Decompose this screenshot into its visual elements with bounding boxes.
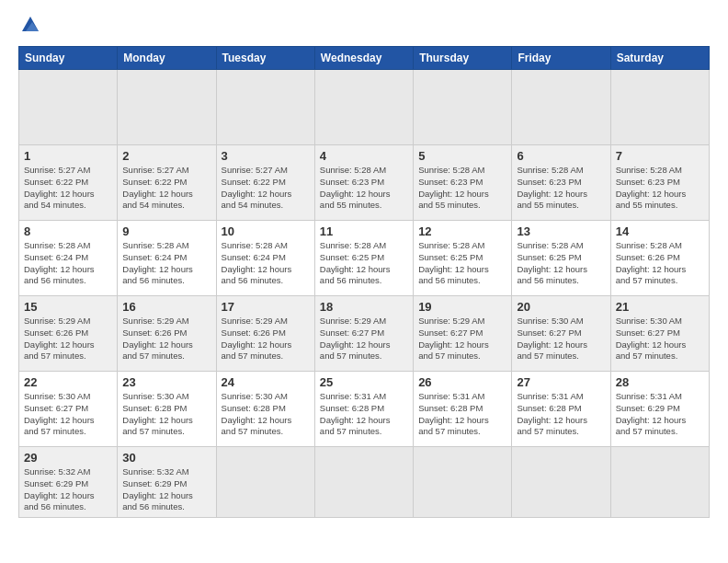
day-info: Sunrise: 5:30 AM Sunset: 6:28 PM Dayligh… <box>222 391 310 438</box>
day-info: Sunrise: 5:28 AM Sunset: 6:25 PM Dayligh… <box>517 240 605 287</box>
day-info: Sunrise: 5:27 AM Sunset: 6:22 PM Dayligh… <box>122 165 210 212</box>
logo <box>18 15 40 35</box>
day-info: Sunrise: 5:28 AM Sunset: 6:24 PM Dayligh… <box>222 240 310 287</box>
day-number: 22 <box>24 375 112 389</box>
day-number: 9 <box>122 224 210 238</box>
calendar-week-4: 22Sunrise: 5:30 AM Sunset: 6:27 PM Dayli… <box>19 372 710 447</box>
table-row: 30Sunrise: 5:32 AM Sunset: 6:29 PM Dayli… <box>118 447 216 518</box>
day-number: 11 <box>320 224 408 238</box>
table-row: 12Sunrise: 5:28 AM Sunset: 6:25 PM Dayli… <box>414 221 512 296</box>
table-row <box>414 70 512 145</box>
day-info: Sunrise: 5:29 AM Sunset: 6:26 PM Dayligh… <box>122 316 210 362</box>
day-info: Sunrise: 5:28 AM Sunset: 6:25 PM Dayligh… <box>418 240 506 287</box>
table-row: 7Sunrise: 5:28 AM Sunset: 6:23 PM Daylig… <box>610 145 709 221</box>
day-info: Sunrise: 5:29 AM Sunset: 6:27 PM Dayligh… <box>418 316 506 362</box>
calendar-week-0 <box>19 70 710 145</box>
day-info: Sunrise: 5:28 AM Sunset: 6:24 PM Dayligh… <box>122 240 210 287</box>
table-row <box>314 70 413 145</box>
calendar-week-2: 8Sunrise: 5:28 AM Sunset: 6:24 PM Daylig… <box>19 221 710 296</box>
day-info: Sunrise: 5:30 AM Sunset: 6:27 PM Dayligh… <box>24 391 112 438</box>
table-row: 10Sunrise: 5:28 AM Sunset: 6:24 PM Dayli… <box>216 221 314 296</box>
day-number: 4 <box>320 149 408 163</box>
day-number: 24 <box>222 375 310 389</box>
day-info: Sunrise: 5:27 AM Sunset: 6:22 PM Dayligh… <box>24 165 112 212</box>
day-number: 7 <box>616 149 704 163</box>
day-number: 14 <box>616 224 704 238</box>
day-number: 27 <box>517 375 605 389</box>
day-number: 1 <box>24 149 112 163</box>
day-info: Sunrise: 5:32 AM Sunset: 6:29 PM Dayligh… <box>24 466 112 513</box>
day-info: Sunrise: 5:29 AM Sunset: 6:26 PM Dayligh… <box>222 316 310 362</box>
logo-text <box>18 15 40 35</box>
table-row: 25Sunrise: 5:31 AM Sunset: 6:28 PM Dayli… <box>314 372 413 447</box>
day-info: Sunrise: 5:28 AM Sunset: 6:25 PM Dayligh… <box>320 240 408 287</box>
table-row <box>610 70 709 145</box>
table-row <box>512 447 610 518</box>
table-row <box>118 70 216 145</box>
table-row: 20Sunrise: 5:30 AM Sunset: 6:27 PM Dayli… <box>512 296 610 372</box>
day-info: Sunrise: 5:30 AM Sunset: 6:27 PM Dayligh… <box>616 316 704 362</box>
day-info: Sunrise: 5:29 AM Sunset: 6:26 PM Dayligh… <box>24 316 112 362</box>
table-row: 16Sunrise: 5:29 AM Sunset: 6:26 PM Dayli… <box>118 296 216 372</box>
table-row: 1Sunrise: 5:27 AM Sunset: 6:22 PM Daylig… <box>19 145 118 221</box>
day-number: 10 <box>222 224 310 238</box>
weekday-monday: Monday <box>118 47 216 70</box>
day-info: Sunrise: 5:27 AM Sunset: 6:22 PM Dayligh… <box>222 165 310 212</box>
calendar-week-1: 1Sunrise: 5:27 AM Sunset: 6:22 PM Daylig… <box>19 145 710 221</box>
day-number: 25 <box>320 375 408 389</box>
day-number: 19 <box>418 300 506 314</box>
table-row <box>414 447 512 518</box>
day-number: 30 <box>122 451 210 465</box>
day-info: Sunrise: 5:29 AM Sunset: 6:27 PM Dayligh… <box>320 316 408 362</box>
table-row: 9Sunrise: 5:28 AM Sunset: 6:24 PM Daylig… <box>118 221 216 296</box>
table-row: 26Sunrise: 5:31 AM Sunset: 6:28 PM Dayli… <box>414 372 512 447</box>
header <box>18 15 710 35</box>
day-number: 8 <box>24 224 112 238</box>
table-row: 13Sunrise: 5:28 AM Sunset: 6:25 PM Dayli… <box>512 221 610 296</box>
day-number: 5 <box>418 149 506 163</box>
day-number: 15 <box>24 300 112 314</box>
table-row: 24Sunrise: 5:30 AM Sunset: 6:28 PM Dayli… <box>216 372 314 447</box>
table-row: 19Sunrise: 5:29 AM Sunset: 6:27 PM Dayli… <box>414 296 512 372</box>
day-info: Sunrise: 5:30 AM Sunset: 6:27 PM Dayligh… <box>517 316 605 362</box>
day-info: Sunrise: 5:31 AM Sunset: 6:28 PM Dayligh… <box>320 391 408 438</box>
weekday-sunday: Sunday <box>19 47 118 70</box>
day-info: Sunrise: 5:30 AM Sunset: 6:28 PM Dayligh… <box>122 391 210 438</box>
table-row <box>512 70 610 145</box>
day-info: Sunrise: 5:31 AM Sunset: 6:28 PM Dayligh… <box>418 391 506 438</box>
table-row: 2Sunrise: 5:27 AM Sunset: 6:22 PM Daylig… <box>118 145 216 221</box>
day-number: 26 <box>418 375 506 389</box>
table-row: 17Sunrise: 5:29 AM Sunset: 6:26 PM Dayli… <box>216 296 314 372</box>
table-row: 18Sunrise: 5:29 AM Sunset: 6:27 PM Dayli… <box>314 296 413 372</box>
weekday-friday: Friday <box>512 47 610 70</box>
day-number: 17 <box>222 300 310 314</box>
table-row <box>216 70 314 145</box>
weekday-wednesday: Wednesday <box>314 47 413 70</box>
calendar: SundayMondayTuesdayWednesdayThursdayFrid… <box>18 46 710 518</box>
day-number: 20 <box>517 300 605 314</box>
table-row: 28Sunrise: 5:31 AM Sunset: 6:29 PM Dayli… <box>610 372 709 447</box>
day-number: 21 <box>616 300 704 314</box>
table-row: 21Sunrise: 5:30 AM Sunset: 6:27 PM Dayli… <box>610 296 709 372</box>
day-number: 13 <box>517 224 605 238</box>
table-row: 5Sunrise: 5:28 AM Sunset: 6:23 PM Daylig… <box>414 145 512 221</box>
table-row: 14Sunrise: 5:28 AM Sunset: 6:26 PM Dayli… <box>610 221 709 296</box>
day-info: Sunrise: 5:32 AM Sunset: 6:29 PM Dayligh… <box>122 466 210 513</box>
table-row <box>19 70 118 145</box>
day-number: 28 <box>616 375 704 389</box>
day-info: Sunrise: 5:28 AM Sunset: 6:23 PM Dayligh… <box>517 165 605 212</box>
weekday-saturday: Saturday <box>610 47 709 70</box>
table-row <box>314 447 413 518</box>
calendar-week-3: 15Sunrise: 5:29 AM Sunset: 6:26 PM Dayli… <box>19 296 710 372</box>
day-info: Sunrise: 5:28 AM Sunset: 6:23 PM Dayligh… <box>320 165 408 212</box>
day-info: Sunrise: 5:28 AM Sunset: 6:24 PM Dayligh… <box>24 240 112 287</box>
day-number: 18 <box>320 300 408 314</box>
table-row: 29Sunrise: 5:32 AM Sunset: 6:29 PM Dayli… <box>19 447 118 518</box>
table-row: 4Sunrise: 5:28 AM Sunset: 6:23 PM Daylig… <box>314 145 413 221</box>
day-info: Sunrise: 5:31 AM Sunset: 6:28 PM Dayligh… <box>517 391 605 438</box>
weekday-header-row: SundayMondayTuesdayWednesdayThursdayFrid… <box>19 47 710 70</box>
day-info: Sunrise: 5:31 AM Sunset: 6:29 PM Dayligh… <box>616 391 704 438</box>
table-row: 6Sunrise: 5:28 AM Sunset: 6:23 PM Daylig… <box>512 145 610 221</box>
table-row: 8Sunrise: 5:28 AM Sunset: 6:24 PM Daylig… <box>19 221 118 296</box>
table-row: 23Sunrise: 5:30 AM Sunset: 6:28 PM Dayli… <box>118 372 216 447</box>
